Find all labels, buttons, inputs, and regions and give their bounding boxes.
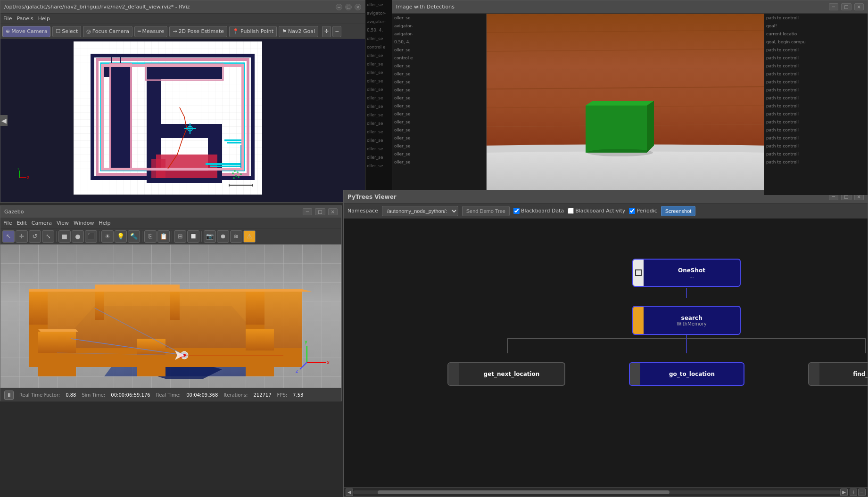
blackboard-activity-label[interactable]: Blackboard Activity xyxy=(575,208,625,214)
gz-scale-tool[interactable]: ⤡ xyxy=(42,230,54,243)
rviz-minimize-btn[interactable]: − xyxy=(336,4,342,10)
rviz-tool-nav2-goal[interactable]: ⚑ Nav2 Goal xyxy=(279,26,318,37)
rviz-map[interactable] xyxy=(74,41,262,195)
log-entry: oller_se xyxy=(392,14,486,22)
gazebo-3d-content[interactable]: x y z xyxy=(0,244,341,388)
image-minimize-btn[interactable]: − xyxy=(829,3,838,10)
search-node[interactable]: search WithMemory xyxy=(632,306,741,335)
gz-menu-help[interactable]: Help xyxy=(99,220,110,226)
scroll-left-btn[interactable]: ◀ xyxy=(346,489,353,496)
scroll-track[interactable] xyxy=(353,490,840,494)
gz-menu-file[interactable]: File xyxy=(3,220,12,226)
blackboard-data-group: Blackboard Data xyxy=(513,208,564,214)
rviz-tool-extra2[interactable]: − xyxy=(332,26,341,37)
blackboard-data-label[interactable]: Blackboard Data xyxy=(521,208,564,214)
periodic-checkbox[interactable] xyxy=(629,208,635,214)
gazebo-maximize-btn[interactable]: □ xyxy=(315,208,325,215)
screenshot-btn[interactable]: Screenshot xyxy=(661,206,696,216)
rviz-side-arrow[interactable]: ◀ xyxy=(0,115,8,126)
find-blue-node[interactable]: find_blue xyxy=(808,362,868,386)
log-entry: control e xyxy=(392,54,486,62)
gz-menu-window[interactable]: Window xyxy=(74,220,94,226)
gz-shape-box[interactable]: ■ xyxy=(58,230,71,243)
iterations-label: Iterations: xyxy=(223,392,248,398)
gazebo-close-btn[interactable]: × xyxy=(328,208,338,215)
gz-menu-camera[interactable]: Camera xyxy=(32,220,52,226)
log-entry: avigator- xyxy=(392,22,486,30)
get-next-location-node[interactable]: get_next_location xyxy=(447,362,565,386)
rviz-tool-extra1[interactable]: ✛ xyxy=(322,26,331,37)
zoom-in-btn[interactable]: + xyxy=(850,489,857,496)
gz-translate-tool[interactable]: ✛ xyxy=(16,230,28,243)
image-maximize-btn[interactable]: □ xyxy=(841,3,851,10)
gz-shape-sphere[interactable]: ● xyxy=(72,230,84,243)
oneshot-node[interactable]: OneShot ... xyxy=(632,259,741,287)
svg-marker-44 xyxy=(647,101,654,153)
image-close-btn[interactable]: × xyxy=(854,3,864,10)
pytrees-scrollbar[interactable]: ◀ ▶ + − xyxy=(344,487,868,497)
scroll-thumb[interactable] xyxy=(378,490,670,494)
rviz-tool-move-camera[interactable]: ⊕ Move Camera xyxy=(2,26,50,37)
rviz-close-btn[interactable]: × xyxy=(355,4,361,10)
gz-shape-cylinder[interactable]: ⬛ xyxy=(85,230,97,243)
namespace-select[interactable]: /autonomy_node_python/: xyxy=(382,206,458,216)
rviz-tool-measure[interactable]: ━ Measure xyxy=(134,26,167,37)
gazebo-minimize-btn[interactable]: − xyxy=(303,208,312,215)
oneshot-text: OneShot ... xyxy=(644,265,740,281)
blackboard-data-checkbox[interactable] xyxy=(513,208,520,214)
get-next-location-indicator xyxy=(448,363,459,385)
gz-menu-edit[interactable]: Edit xyxy=(17,220,26,226)
gz-rotate-tool[interactable]: ↺ xyxy=(29,230,41,243)
log-entry: 0.50, 4. xyxy=(392,38,486,46)
log-line: oller_se xyxy=(365,85,392,93)
rviz-tool-focus-camera[interactable]: ◎ Focus Camera xyxy=(83,26,132,37)
log-entry-right: current locatio xyxy=(764,30,868,38)
log-line: oller_se xyxy=(365,51,392,59)
image-view[interactable]: path to controll goal! current locatio g… xyxy=(487,14,868,195)
gz-snap[interactable]: 🔲 xyxy=(187,230,199,243)
rviz-menu-help[interactable]: Help xyxy=(38,16,50,22)
gazebo-play-btn[interactable]: ⏸ xyxy=(4,391,14,400)
svg-marker-54 xyxy=(29,289,48,292)
svg-point-19 xyxy=(238,176,240,178)
rviz-tool-pose-estimate[interactable]: → 2D Pose Estimate xyxy=(169,26,227,37)
log-entry-right: path to controll xyxy=(764,126,868,134)
gz-warning[interactable]: ⚠ xyxy=(243,230,256,243)
blackboard-activity-checkbox[interactable] xyxy=(568,208,574,214)
gz-menu-view[interactable]: View xyxy=(57,220,69,226)
search-indicator xyxy=(633,307,644,334)
gazebo-toolbar: ↖ ✛ ↺ ⤡ ■ ● ⬛ ☀ 💡 🔦 ⎘ 📋 ⊞ 🔲 📷 ⏺ ≋ ⚠ xyxy=(0,228,341,244)
log-line: avigator- xyxy=(365,8,392,17)
log-entry: oller_se xyxy=(392,86,486,94)
periodic-label[interactable]: Periodic xyxy=(637,208,657,214)
zoom-out-btn[interactable]: − xyxy=(858,489,866,496)
go-to-location-node[interactable]: go_to_location xyxy=(629,362,744,386)
svg-point-22 xyxy=(234,170,236,172)
gz-extra[interactable]: ≋ xyxy=(230,230,242,243)
rviz-tool-select[interactable]: ☐ Select xyxy=(52,26,81,37)
gz-paste[interactable]: 📋 xyxy=(157,230,170,243)
gz-3d-scene[interactable]: x y z xyxy=(0,244,341,388)
svg-point-45 xyxy=(587,149,653,156)
gz-select-tool[interactable]: ↖ xyxy=(2,230,15,243)
gz-light-spot[interactable]: 🔦 xyxy=(128,230,140,243)
log-entry-right: path to controll xyxy=(764,134,868,142)
rviz-maximize-btn[interactable]: □ xyxy=(345,4,352,10)
log-entry-right: path to controll xyxy=(764,110,868,118)
gz-record[interactable]: ⏺ xyxy=(217,230,229,243)
go-to-location-name: go_to_location xyxy=(669,371,715,377)
rviz-tool-publish-point[interactable]: 📍 Publish Point xyxy=(229,26,277,37)
rviz-content[interactable]: ◀ xyxy=(0,39,365,202)
rviz-menu-panels[interactable]: Panels xyxy=(17,16,33,22)
gz-light-sun[interactable]: ☀ xyxy=(101,230,114,243)
gz-align[interactable]: ⊞ xyxy=(174,230,186,243)
gz-light-point[interactable]: 💡 xyxy=(115,230,127,243)
rviz-menu-file[interactable]: File xyxy=(3,16,12,22)
search-subtitle: WithMemory xyxy=(677,321,706,326)
gz-copy[interactable]: ⎘ xyxy=(144,230,157,243)
scroll-right-btn[interactable]: ▶ xyxy=(840,489,848,496)
pytrees-tree-content[interactable]: OneShot ... search WithMemory get_next_l… xyxy=(344,219,868,497)
log-entry-right: path to controll xyxy=(764,86,868,94)
gz-screenshot[interactable]: 📷 xyxy=(204,230,216,243)
send-demo-tree-btn[interactable]: Send Demo Tree xyxy=(462,206,510,216)
